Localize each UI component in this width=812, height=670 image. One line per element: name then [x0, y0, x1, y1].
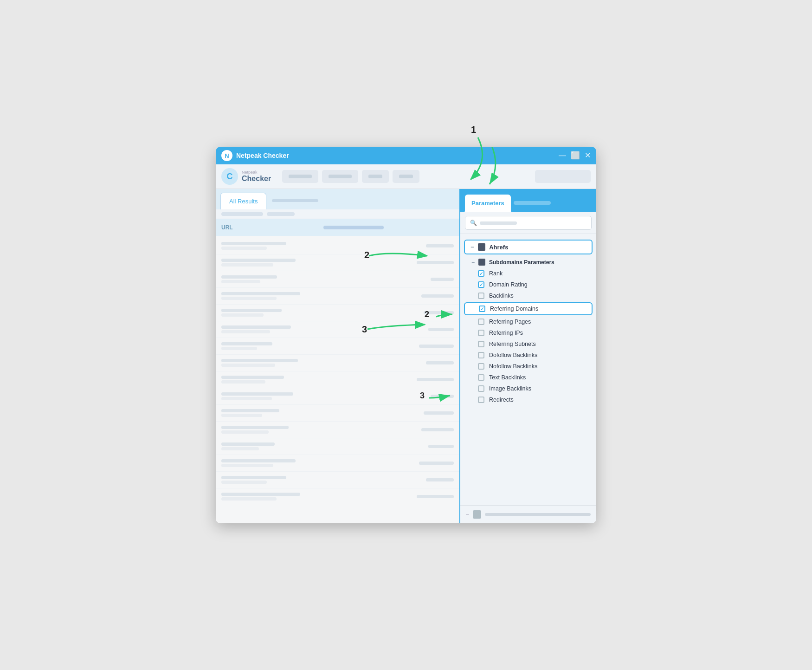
scroll-track[interactable]: [485, 513, 591, 516]
param-checkbox[interactable]: [478, 363, 484, 370]
param-checkbox[interactable]: [478, 397, 484, 403]
param-label: Referring Subnets: [489, 341, 536, 347]
table-row[interactable]: [216, 254, 459, 271]
window-controls[interactable]: — ⬜ ✕: [559, 152, 591, 159]
param-label: Nofollow Backlinks: [489, 363, 537, 370]
right-tab-bar: Parameters: [460, 189, 596, 212]
row-val-ph: [426, 244, 454, 247]
row-url-ph2: [221, 497, 277, 501]
toolbar-right-btn[interactable]: [535, 170, 591, 183]
param-item[interactable]: Backlinks: [460, 290, 596, 301]
param-group-ahrefs[interactable]: − Ahrefs: [464, 240, 593, 254]
param-item[interactable]: Referring Pages: [460, 316, 596, 327]
param-item[interactable]: Nofollow Backlinks: [460, 361, 596, 372]
subgroup-minus[interactable]: −: [471, 259, 475, 266]
table-row[interactable]: [216, 472, 459, 488]
tab-parameters[interactable]: Parameters: [464, 194, 512, 212]
row-url-block: [221, 292, 323, 300]
param-item[interactable]: Referring Subnets: [460, 338, 596, 350]
row-url-block: [221, 426, 323, 434]
param-item[interactable]: Referring IPs: [460, 327, 596, 338]
row-url-ph2: [221, 364, 275, 367]
param-checkbox[interactable]: [479, 306, 485, 312]
param-item[interactable]: Image Backlinks: [460, 383, 596, 394]
row-val-ph: [426, 478, 454, 481]
param-checkbox[interactable]: [478, 374, 484, 381]
table-row[interactable]: [216, 338, 459, 355]
table-row[interactable]: [216, 388, 459, 405]
close-button[interactable]: ✕: [585, 152, 591, 159]
row-url-ph2: [221, 247, 267, 250]
param-checkbox[interactable]: [478, 319, 484, 325]
toolbar-btn-3[interactable]: [362, 170, 389, 183]
table-row[interactable]: [216, 305, 459, 321]
param-checkbox[interactable]: [478, 270, 484, 277]
param-item[interactable]: Domain Rating: [460, 279, 596, 290]
scroll-thumb[interactable]: [473, 510, 481, 519]
param-label: Text Backlinks: [489, 374, 526, 381]
table-row[interactable]: [216, 455, 459, 472]
param-checkbox[interactable]: [478, 352, 484, 358]
toolbar-btn-4[interactable]: [393, 170, 419, 183]
tab-all-results[interactable]: All Results: [220, 193, 266, 209]
table-row[interactable]: [216, 271, 459, 288]
row-val-block: [323, 244, 454, 247]
param-item[interactable]: Referring Domains: [464, 302, 593, 315]
row-val-ph: [417, 261, 454, 264]
param-label: Referring Domains: [490, 306, 538, 312]
title-bar: N Netpeak Checker — ⬜ ✕: [216, 147, 596, 164]
row-val-block: [323, 294, 454, 298]
search-placeholder: [480, 221, 517, 225]
logo: C Netpeak Checker: [221, 168, 271, 185]
filter-row: [216, 209, 459, 219]
table-row[interactable]: [216, 371, 459, 388]
param-item[interactable]: Dofollow Backlinks: [460, 350, 596, 361]
param-item[interactable]: Text Backlinks: [460, 372, 596, 383]
table-row[interactable]: [216, 405, 459, 422]
maximize-button[interactable]: ⬜: [571, 152, 580, 159]
group-checkbox[interactable]: [478, 243, 485, 251]
table-row[interactable]: [216, 355, 459, 371]
param-checkbox[interactable]: [478, 341, 484, 347]
param-checkbox[interactable]: [478, 293, 484, 299]
param-checkbox[interactable]: [478, 281, 484, 288]
group-label: Ahrefs: [489, 244, 508, 251]
table-row[interactable]: [216, 422, 459, 438]
toolbar-btn-1[interactable]: [282, 170, 318, 183]
row-url-ph2: [221, 347, 257, 350]
row-url-ph: [221, 493, 300, 496]
row-val-ph: [424, 311, 454, 314]
row-val-block: [323, 311, 454, 314]
group-minus[interactable]: −: [470, 243, 474, 251]
svg-text:1: 1: [471, 124, 476, 135]
row-url-block: [221, 392, 323, 400]
toolbar-btn-2[interactable]: [322, 170, 358, 183]
param-item[interactable]: Rank: [460, 268, 596, 279]
minimize-button[interactable]: —: [559, 152, 566, 159]
row-val-block: [323, 478, 454, 481]
row-url-ph: [221, 376, 284, 379]
row-url-ph2: [221, 380, 265, 384]
subgroup-checkbox[interactable]: [478, 259, 485, 266]
param-subgroup[interactable]: − Subdomains Parameters: [460, 256, 596, 268]
params-list: − Ahrefs − Subdomains Parameters Rank Do…: [460, 234, 596, 505]
app-icon: N: [221, 150, 232, 161]
table-row[interactable]: [216, 321, 459, 338]
filter-ph-1: [221, 212, 263, 216]
row-val-ph: [417, 378, 454, 381]
table-row[interactable]: [216, 238, 459, 254]
row-val-ph: [417, 495, 454, 498]
row-url-block: [221, 409, 323, 417]
scroll-minus[interactable]: –: [466, 511, 469, 518]
table-row[interactable]: [216, 488, 459, 505]
table-row[interactable]: [216, 438, 459, 455]
search-inner[interactable]: 🔍: [465, 216, 592, 230]
row-val-ph: [431, 278, 454, 281]
param-item[interactable]: Redirects: [460, 394, 596, 405]
param-checkbox[interactable]: [478, 330, 484, 336]
row-val-block: [323, 261, 454, 264]
row-url-block: [221, 309, 323, 317]
param-checkbox[interactable]: [478, 385, 484, 392]
subgroup-label: Subdomains Parameters: [489, 259, 554, 266]
table-row[interactable]: [216, 288, 459, 305]
